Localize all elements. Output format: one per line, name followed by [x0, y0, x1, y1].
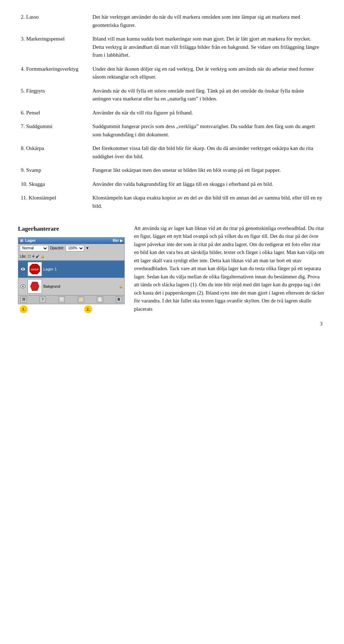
- lager-fx-btn[interactable]: f: [39, 296, 46, 303]
- lock-paint-icon: 🖌: [36, 254, 39, 259]
- item-title-cell: 7. Suddgummi: [18, 120, 90, 142]
- lager-mask-btn[interactable]: ⬜: [58, 296, 65, 303]
- layerbg-name: Bakgrund: [43, 283, 117, 290]
- lager-opacity-arrow: ▼: [86, 245, 89, 251]
- table-row: 5. FärgpytsAnvänds när du vill fylla ett…: [18, 85, 326, 107]
- item-number: 5.: [21, 88, 25, 94]
- lager-more-btn[interactable]: Mer ▶: [113, 238, 123, 243]
- item-number: 10.: [21, 181, 28, 187]
- layerbg-lock-icon: 🔒: [119, 284, 123, 289]
- lager-section: Lagerhanterare ✕ Lager Mer ▶ Normal: [18, 224, 326, 313]
- table-row: 4. FormmarkeringsverktygUnder den här ik…: [18, 63, 326, 85]
- item-desc-cell: Klonstämpeln kan skapa exakta kopior av …: [90, 192, 326, 213]
- item-desc-cell: Använder du när du vill rita figurer på …: [90, 107, 326, 121]
- label-circle-1: 1.: [20, 305, 28, 313]
- table-row: 3. MarkeringspenselIbland vill man kunna…: [18, 33, 326, 63]
- table-row: 2. LassoDet här verktyget använder du nä…: [18, 11, 326, 33]
- item-number: 11.: [21, 195, 27, 201]
- item-desc-cell: Använder din valda bakgrundsfärg för att…: [90, 178, 326, 192]
- lager-layers-area: STOP Lager 1: [18, 260, 124, 295]
- lager-normal-select[interactable]: Normal: [20, 245, 48, 252]
- item-number: 6.: [21, 110, 25, 116]
- item-title-cell: 5. Färgpyts: [18, 85, 90, 107]
- layer1-name: Lager 1: [43, 266, 123, 272]
- lager-link-btn[interactable]: ⛓: [20, 296, 27, 303]
- lager-title: Lager: [25, 238, 36, 244]
- item-title: Skugga: [29, 181, 45, 187]
- lager-description: Att använda sig av lager kan liknas vid …: [134, 224, 326, 313]
- item-title-cell: 11. Klonstämpel: [18, 192, 90, 213]
- item-number: 2.: [21, 14, 25, 20]
- lager-titlebar: ✕ Lager Mer ▶: [18, 238, 124, 244]
- item-title-cell: 8. Oskärpa: [18, 142, 90, 164]
- lager-heading: Lagerhanterare: [18, 224, 125, 234]
- lock-check-icon: ☐: [28, 254, 31, 259]
- lager-toolbar: Normal Opacitet: 100% ▼ Lås: ☐ ✛ 🖌 🔒: [18, 244, 124, 260]
- layer1-visibility-icon[interactable]: [20, 266, 26, 272]
- page-number: 3: [18, 320, 326, 328]
- item-title: Oskärpa: [26, 145, 44, 151]
- table-row: 7. SuddgummiSuddgummit fungerar precis s…: [18, 120, 326, 142]
- table-row: 9. SvampFungerar likt oskärpan men den s…: [18, 164, 326, 178]
- lager-image-box: Lagerhanterare ✕ Lager Mer ▶ Normal: [18, 224, 125, 311]
- item-number: 9.: [21, 167, 25, 173]
- lager-opacity-select[interactable]: 100%: [66, 245, 84, 252]
- item-number: 8.: [21, 145, 25, 151]
- item-desc-cell: Det förekommer vissa fall där din bild b…: [90, 142, 326, 164]
- item-desc-cell: Fungerar likt oskärpan men den smetar ut…: [90, 164, 326, 178]
- item-desc-cell: Ibland vill man kunna sudda bort markeri…: [90, 33, 326, 63]
- lager-close-btn[interactable]: ✕: [20, 239, 24, 243]
- item-title: Svamp: [26, 167, 41, 173]
- lager-delete-btn[interactable]: 🗑: [116, 296, 122, 303]
- table-row: 8. OskärpaDet förekommer vissa fall där …: [18, 142, 326, 164]
- item-title: Suddgummi: [26, 123, 52, 129]
- item-title-cell: 10. Skugga: [18, 178, 90, 192]
- lager-bottom-toolbar: ⛓ f ⬜ 📁 📄 🗑: [18, 295, 124, 304]
- main-content-table: 2. LassoDet här verktyget använder du nä…: [18, 11, 326, 213]
- item-title-cell: 4. Formmarkeringsverktyg: [18, 63, 90, 85]
- table-row: 11. KlonstämpelKlonstämpeln kan skapa ex…: [18, 192, 326, 213]
- item-title: Pensel: [26, 110, 40, 116]
- label-circle-2: 2.: [84, 305, 92, 313]
- item-number: 7.: [21, 123, 25, 129]
- layerbg-visibility-icon[interactable]: [20, 283, 26, 290]
- lager-panel: ✕ Lager Mer ▶ Normal Opacitet: 100%: [18, 237, 125, 304]
- item-number: 3.: [21, 36, 25, 42]
- table-row: 6. PenselAnvänder du när du vill rita fi…: [18, 107, 326, 121]
- lager-folder-btn[interactable]: 📁: [78, 296, 84, 303]
- item-title-cell: 3. Markeringspensel: [18, 33, 90, 63]
- layer1-thumbnail: STOP: [28, 262, 42, 276]
- lock-all-icon: 🔒: [40, 254, 45, 259]
- svg-marker-4: [30, 282, 39, 291]
- item-title-cell: 6. Pensel: [18, 107, 90, 121]
- item-title: Klonstämpel: [29, 195, 56, 201]
- lager-lock-label: Lås:: [20, 254, 27, 259]
- lager-new-btn[interactable]: 📄: [97, 296, 103, 303]
- item-title-cell: 9. Svamp: [18, 164, 90, 178]
- item-desc-cell: Används när du vill fylla ett större omr…: [90, 85, 326, 107]
- lager-titlebar-left: ✕ Lager: [20, 238, 36, 244]
- item-desc-cell: Det här verktyget använder du när du vil…: [90, 11, 326, 33]
- item-number: 4.: [21, 66, 25, 72]
- lager-layer-row-1[interactable]: STOP Lager 1: [18, 261, 124, 278]
- lager-layer-row-bg[interactable]: Bakgrund 🔒: [18, 278, 124, 295]
- lager-toolbar-row1: Normal Opacitet: 100% ▼: [20, 245, 123, 252]
- item-title: Markeringspensel: [26, 36, 64, 42]
- item-desc-cell: Suddgummit fungerar precis som dess „ver…: [90, 120, 326, 142]
- item-desc-cell: Under den här ikonen döljer sig en rad v…: [90, 63, 326, 85]
- lager-opacity-label: Opacitet:: [50, 245, 64, 251]
- lager-lock-row: Lås: ☐ ✛ 🖌 🔒: [20, 254, 45, 259]
- svg-text:STOP: STOP: [31, 268, 39, 271]
- item-title-cell: 2. Lasso: [18, 11, 90, 33]
- table-row: 10. SkuggaAnvänder din valda bakgrundsfä…: [18, 178, 326, 192]
- item-title: Färgpyts: [26, 88, 45, 94]
- item-title: Lasso: [26, 14, 39, 20]
- item-title: Formmarkeringsverktyg: [26, 66, 78, 72]
- layerbg-thumbnail: [28, 279, 42, 293]
- lock-move-icon: ✛: [32, 254, 35, 259]
